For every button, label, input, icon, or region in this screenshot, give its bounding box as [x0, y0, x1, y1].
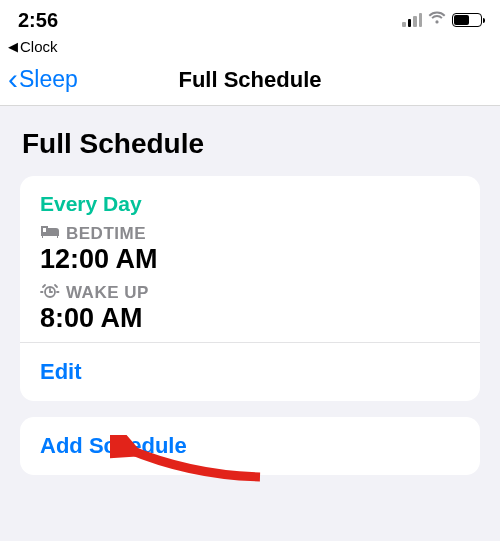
cellular-signal-icon [402, 13, 422, 27]
content-area: Full Schedule Every Day BEDTIME 12:00 AM… [0, 106, 500, 541]
status-bar: 2:56 [0, 0, 500, 36]
wakeup-value: 8:00 AM [40, 303, 460, 334]
breadcrumb-label: Clock [20, 38, 58, 55]
bedtime-row: BEDTIME [40, 224, 460, 244]
alarm-clock-icon [40, 283, 60, 303]
status-time: 2:56 [18, 9, 58, 32]
bedtime-label: BEDTIME [66, 224, 146, 244]
add-schedule-button[interactable]: Add Schedule [20, 417, 480, 475]
breadcrumb-back[interactable]: ◀ Clock [0, 36, 500, 56]
breadcrumb-caret-icon: ◀ [8, 39, 18, 54]
back-button-label: Sleep [19, 66, 78, 93]
navigation-bar: ‹ Sleep Full Schedule [0, 56, 500, 106]
nav-title: Full Schedule [178, 67, 321, 93]
wakeup-label: WAKE UP [66, 283, 149, 303]
edit-button[interactable]: Edit [20, 343, 480, 401]
bed-icon [40, 225, 60, 243]
wakeup-row: WAKE UP [40, 283, 460, 303]
wifi-icon [428, 11, 446, 29]
bedtime-value: 12:00 AM [40, 244, 460, 275]
schedule-day-label: Every Day [40, 192, 460, 216]
page-title: Full Schedule [0, 106, 500, 176]
schedule-card: Every Day BEDTIME 12:00 AM WAKE UP 8:00 … [20, 176, 480, 401]
back-button[interactable]: ‹ Sleep [8, 66, 78, 93]
chevron-left-icon: ‹ [8, 70, 18, 88]
status-indicators [402, 11, 482, 29]
battery-icon [452, 13, 482, 27]
add-schedule-card: Add Schedule [20, 417, 480, 475]
